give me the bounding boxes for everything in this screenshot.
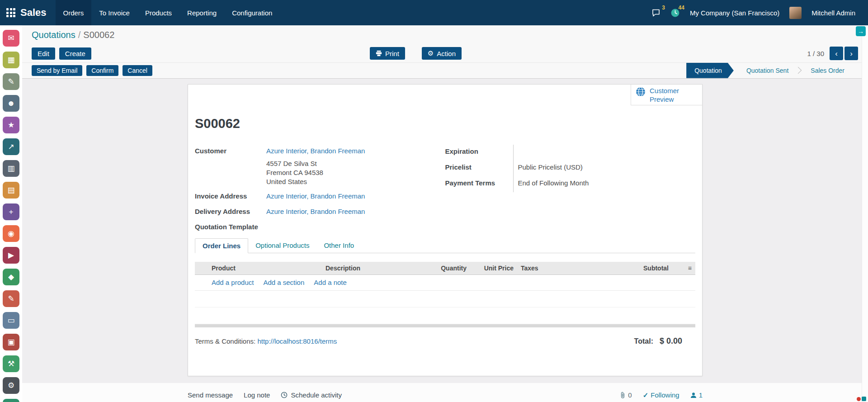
main-menu: Orders To Invoice Products Reporting Con… <box>56 0 280 25</box>
following-button[interactable]: ✓ Following <box>643 391 679 399</box>
log-note-button[interactable]: Log note <box>244 391 270 399</box>
overlay-indicator <box>857 397 866 401</box>
menu-products[interactable]: Products <box>137 0 179 25</box>
invoice-address-link[interactable]: Azure Interior, Brandon Freeman <box>266 192 365 200</box>
tab-order-lines[interactable]: Order Lines <box>195 238 248 253</box>
apps-menu-icon[interactable] <box>6 8 15 17</box>
expiration-value <box>513 145 696 161</box>
apps-sidebar: ✉ ▦ ✎ ☻ ★ ↗ ▥ ▤ + ◉ ▶ ◆ ✎ ▭ ▣ ⚒ ⚙ ● <box>0 25 22 402</box>
pager: 1 / 30 ‹ › <box>807 47 868 60</box>
total-block: Total: $ 0.00 <box>634 336 695 346</box>
confirm-button[interactable]: Confirm <box>86 65 118 76</box>
column-subtotal[interactable]: Subtotal <box>631 262 672 274</box>
pager-previous-button[interactable]: ‹ <box>830 47 843 60</box>
customer-link[interactable]: Azure Interior, Brandon Freeman <box>266 147 365 155</box>
print-button[interactable]: Print <box>370 47 405 60</box>
company-switcher[interactable]: My Company (San Francisco) <box>690 9 779 17</box>
breadcrumb-quotations[interactable]: Quotations <box>32 30 75 40</box>
avatar[interactable] <box>789 7 802 19</box>
menu-configuration[interactable]: Configuration <box>224 0 280 25</box>
send-by-email-button[interactable]: Send by Email <box>32 65 82 76</box>
menu-to-invoice[interactable]: To Invoice <box>91 0 137 25</box>
add-a-product-link[interactable]: Add a product <box>212 279 254 286</box>
user-menu[interactable]: Mitchell Admin <box>811 9 855 17</box>
add-a-note-link[interactable]: Add a note <box>314 279 347 286</box>
app-icon-calendar[interactable]: ▦ <box>3 52 19 68</box>
breadcrumb-current: S00062 <box>83 30 114 40</box>
app-icon-discuss[interactable]: ✉ <box>3 30 19 47</box>
add-a-section-link[interactable]: Add a section <box>263 279 304 286</box>
stage-quotation[interactable]: Quotation <box>686 63 734 78</box>
app-icon-sales[interactable]: ↗ <box>3 138 19 155</box>
paperclip-icon <box>620 392 626 399</box>
column-product[interactable]: Product <box>208 262 322 274</box>
activities-badge: 44 <box>679 5 684 11</box>
app-icon-crm[interactable]: ★ <box>3 117 19 133</box>
app-icon-repair[interactable]: ⚒ <box>3 355 19 372</box>
messages-button[interactable]: 3 <box>651 8 660 17</box>
delivery-address-label: Delivery Address <box>195 205 266 218</box>
chevron-left-icon: ‹ <box>835 49 838 58</box>
app-icon-contacts[interactable]: ☻ <box>3 95 19 112</box>
cancel-button[interactable]: Cancel <box>123 65 152 76</box>
stage-sales-order[interactable]: Sales Order <box>800 63 855 78</box>
order-lines-table: Product Description Quantity Unit Price … <box>195 262 695 327</box>
empty-list-row <box>195 307 695 324</box>
record-actions: Print ⚙ Action <box>370 47 462 60</box>
top-navbar: Sales Orders To Invoice Products Reporti… <box>0 0 868 25</box>
left-field-group: Customer Azure Interior, Brandon Freeman… <box>195 145 445 236</box>
app-name[interactable]: Sales <box>20 7 47 19</box>
breadcrumb: Quotations/S00062 <box>22 25 868 44</box>
tab-other-info[interactable]: Other Info <box>316 238 361 253</box>
attachments-button[interactable]: 0 <box>620 391 632 399</box>
send-message-button[interactable]: Send message <box>188 391 233 399</box>
app-icon-dashboards[interactable]: ▥ <box>3 160 19 177</box>
quotation-template-label: Quotation Template <box>195 221 266 233</box>
column-quantity[interactable]: Quantity <box>429 262 470 274</box>
app-icon-invoicing[interactable]: ▤ <box>3 182 19 199</box>
total-label: Total: <box>634 337 653 345</box>
tab-optional-products[interactable]: Optional Products <box>248 238 316 253</box>
systray: 3 44 My Company (San Francisco) Mitchell… <box>651 7 855 19</box>
app-icon-inventory[interactable]: ▣ <box>3 334 19 350</box>
app-icon-website[interactable]: ◉ <box>3 225 19 242</box>
handle-column <box>195 262 208 274</box>
edit-button[interactable]: Edit <box>32 47 55 60</box>
invoice-address-label: Invoice Address <box>195 190 266 202</box>
breadcrumb-separator: / <box>78 30 81 40</box>
app-icon-more[interactable]: ● <box>3 399 19 402</box>
scrollbar-rail[interactable] <box>862 25 868 402</box>
app-icon-email-marketing[interactable]: ▶ <box>3 247 19 264</box>
stage-quotation-sent[interactable]: Quotation Sent <box>736 63 799 78</box>
create-button[interactable]: Create <box>59 47 91 60</box>
corner-arrow-icon[interactable]: → <box>856 26 866 36</box>
column-description[interactable]: Description <box>322 262 429 274</box>
column-taxes[interactable]: Taxes <box>517 262 631 274</box>
customer-preview-button[interactable]: Customer Preview <box>631 85 702 105</box>
app-icon-coupons[interactable]: ◆ <box>3 269 19 285</box>
app-icon-maintenance[interactable]: ⚙ <box>3 377 19 394</box>
menu-reporting[interactable]: Reporting <box>179 0 224 25</box>
list-options-icon[interactable]: ≡ <box>672 262 695 274</box>
pager-value: 1 / 30 <box>807 50 824 57</box>
person-icon <box>690 392 697 398</box>
activities-button[interactable]: 44 <box>670 8 680 18</box>
quotation-template-value <box>266 221 445 225</box>
app-icon-sign[interactable]: ✎ <box>3 290 19 307</box>
delivery-address-link[interactable]: Azure Interior, Brandon Freeman <box>266 208 365 215</box>
quotation-sheet: Customer Preview S00062 Customer Azure I… <box>188 84 703 376</box>
schedule-activity-button[interactable]: Schedule activity <box>281 391 342 399</box>
app-icon-notes[interactable]: ✎ <box>3 73 19 90</box>
menu-orders[interactable]: Orders <box>56 0 92 25</box>
pager-next-button[interactable]: › <box>844 47 858 60</box>
payment-terms-value: End of Following Month <box>513 176 696 192</box>
action-button[interactable]: ⚙ Action <box>422 47 462 60</box>
app-icon-apps-store[interactable]: + <box>3 203 19 220</box>
sheet-body: S00062 Customer Azure Interior, Brandon … <box>188 116 702 364</box>
total-value: $ 0.00 <box>660 336 682 346</box>
followers-button[interactable]: 1 <box>690 391 703 399</box>
column-unit-price[interactable]: Unit Price <box>470 262 517 274</box>
app-icon-elearning[interactable]: ▭ <box>3 312 19 329</box>
field-grid: Customer Azure Interior, Brandon Freeman… <box>195 145 695 236</box>
terms-link[interactable]: http://localhost:8016/terms <box>257 337 337 345</box>
